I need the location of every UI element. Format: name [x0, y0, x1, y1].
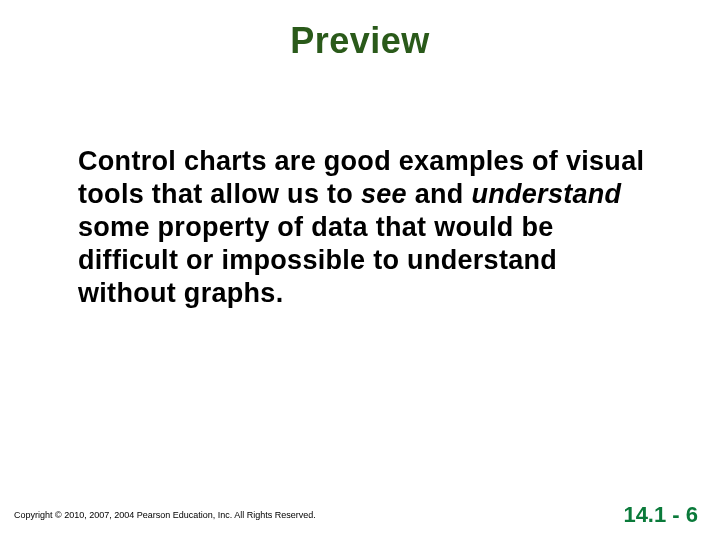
page-number: 14.1 - 6 — [623, 502, 698, 528]
slide: Preview Control charts are good examples… — [0, 0, 720, 540]
copyright-text: Copyright © 2010, 2007, 2004 Pearson Edu… — [14, 510, 316, 520]
slide-title: Preview — [0, 20, 720, 62]
body-italic-see: see — [361, 179, 407, 209]
body-part3: some property of data that would be diff… — [78, 212, 557, 308]
body-italic-understand: understand — [471, 179, 621, 209]
body-part2: and — [407, 179, 472, 209]
slide-body: Control charts are good examples of visu… — [78, 145, 660, 310]
